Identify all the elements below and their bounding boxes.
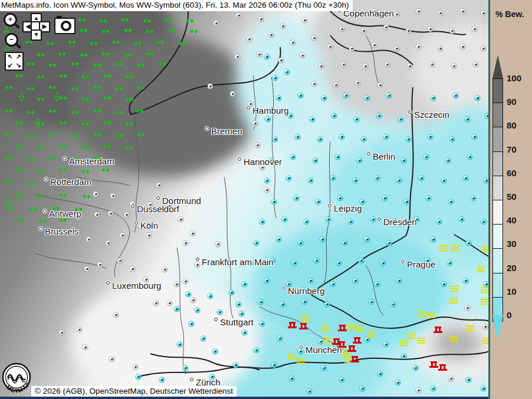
weather-ball-gray (481, 11, 486, 16)
city-marker-icon (131, 205, 134, 208)
camera-screenshot-button[interactable] (54, 18, 75, 34)
weather-ball-gray (280, 24, 285, 29)
colorbar-segment (493, 200, 503, 224)
fog-symbol (400, 340, 408, 347)
zoom-in-button[interactable]: + (4, 13, 17, 27)
expand-arrow-icon: ↗ (14, 53, 22, 61)
weather-ball-gray (451, 64, 457, 69)
colorbar-segment (493, 248, 503, 272)
city-name: Rotterdam (50, 177, 91, 187)
weather-ball-cyan (343, 93, 349, 98)
weather-ball-cyan (264, 278, 270, 283)
city-name: Prague (407, 259, 435, 269)
weather-ball-cyan (401, 354, 406, 359)
weather-ball-cyan (208, 294, 213, 299)
weather-ball-gray (257, 52, 262, 57)
weather-map-canvas[interactable]: ▽▽▽▽▽▽CopenhagenHamburgSzczecinBremenHan… (0, 0, 490, 399)
weather-ball-gray (465, 305, 470, 311)
metmaps-logo[interactable]: METMAPS (1, 362, 33, 398)
weather-ball-gray (113, 312, 119, 318)
weather-ball-cyan (302, 299, 307, 305)
weather-ball-gray (460, 44, 465, 50)
weather-ball-cyan (453, 93, 458, 98)
colorbar-tick-label: 40 (507, 215, 517, 225)
weather-ball-gray (438, 11, 443, 16)
weather-ball-gray (236, 13, 241, 18)
weather-ball-cyan (395, 380, 400, 385)
weather-ball-cyan (336, 260, 341, 266)
weather-ball-gray (93, 192, 98, 197)
drizzle-symbol (125, 122, 133, 126)
weather-ball-cyan (481, 219, 486, 225)
weather-ball-cyan (466, 377, 471, 382)
drizzle-symbol (115, 134, 123, 138)
city-name: Szczecin (414, 110, 449, 120)
drizzle-symbol (71, 87, 79, 91)
weather-ball-gray (252, 121, 258, 126)
fog-symbol (481, 287, 489, 294)
city-label-k-ln: Köln (134, 220, 158, 230)
weather-ball-cyan (272, 137, 278, 142)
drizzle-symbol (5, 109, 13, 113)
drizzle-symbol (178, 41, 186, 45)
drizzle-symbol (59, 193, 67, 197)
drizzle-symbol (90, 41, 98, 45)
weather-ball-cyan (271, 199, 277, 205)
drizzle-symbol (27, 62, 35, 66)
city-marker-icon (39, 227, 42, 230)
city-marker-icon (214, 318, 218, 321)
drizzle-symbol (27, 134, 35, 138)
weather-ball-gray (109, 357, 114, 362)
city-name: Luxembourg (112, 281, 161, 291)
drizzle-symbol (115, 110, 123, 114)
weather-ball-gray (94, 212, 100, 217)
fog-symbol (477, 266, 485, 273)
weather-ball-cyan (419, 176, 424, 181)
city-name: Hamburg (252, 105, 289, 116)
fog-symbol (301, 315, 309, 322)
weather-ball-cyan (136, 374, 141, 380)
weather-ball-cyan (376, 113, 382, 118)
drizzle-symbol (101, 29, 110, 34)
city-name: Berlin (373, 151, 395, 161)
weather-ball-cyan (459, 217, 464, 222)
weather-ball-gray (214, 21, 219, 26)
freezing-precip-symbol (288, 321, 297, 329)
drizzle-symbol (103, 74, 111, 78)
drizzle-symbol (81, 122, 90, 126)
weather-ball-cyan (258, 299, 264, 305)
weather-ball-cyan (342, 240, 347, 246)
bottom-bar (0, 397, 490, 399)
drizzle-symbol (27, 181, 35, 185)
fog-symbol (418, 311, 426, 318)
fullscreen-button[interactable]: ↖↗↙↘ (5, 52, 24, 71)
colorbar-tick-label: 10 (507, 286, 517, 296)
city-label-frankfurt-am-main: Frankfurt am Main (196, 257, 274, 267)
weather-ball-gray (416, 9, 421, 14)
weather-ball-gray (215, 242, 221, 247)
drizzle-symbol (103, 96, 111, 100)
pan-down-button[interactable]: ▼ (31, 29, 42, 41)
freezing-precip-symbol (434, 326, 442, 334)
weather-ball-cyan (404, 199, 409, 205)
weather-ball-gray (156, 183, 162, 188)
city-marker-icon (282, 286, 285, 290)
city-label-leipzig: Leipzig (328, 203, 362, 213)
colorbar-tick-label: 100 (507, 73, 521, 83)
zoom-out-button[interactable]: − (5, 33, 18, 47)
freezing-precip-symbol (353, 337, 362, 344)
weather-ball-gray (383, 25, 389, 30)
weather-ball-gray (86, 237, 91, 242)
drizzle-symbol (81, 75, 90, 79)
drizzle-symbol (38, 219, 47, 223)
shower-symbol: ▽ (53, 94, 61, 103)
weather-ball-gray (460, 9, 465, 14)
weather-ball-cyan (406, 137, 411, 142)
weather-ball-cyan (330, 282, 336, 287)
fog-symbol (439, 245, 447, 252)
weather-ball-cyan (289, 376, 294, 381)
weather-ball-cyan (357, 158, 362, 163)
weather-ball-cyan (449, 137, 455, 142)
arrow-up-icon: ▲ (34, 15, 40, 21)
drizzle-symbol (78, 18, 86, 22)
